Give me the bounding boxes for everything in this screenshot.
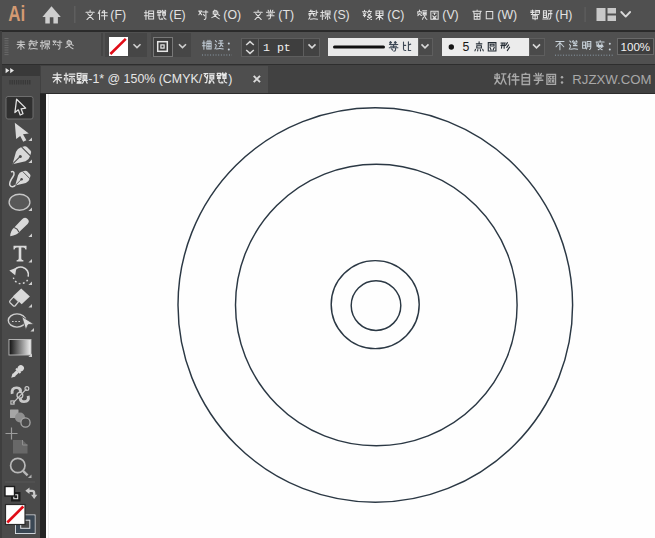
svg-text:-1* @ 150% (CMYK/: -1* @ 150% (CMYK/: [88, 72, 202, 86]
svg-text:(S): (S): [333, 8, 349, 22]
svg-text:Ai: Ai: [8, 1, 25, 26]
svg-text:100%: 100%: [621, 40, 651, 53]
svg-text:(O): (O): [223, 8, 241, 22]
svg-text:(T): (T): [278, 8, 294, 22]
svg-text:(V): (V): [442, 8, 458, 22]
svg-text:(C): (C): [387, 8, 404, 22]
svg-text:(W): (W): [497, 8, 517, 22]
svg-text:RJZXW.COM: RJZXW.COM: [572, 72, 651, 87]
svg-text:(F): (F): [110, 8, 126, 22]
svg-text:(H): (H): [555, 8, 572, 22]
svg-text:5: 5: [463, 40, 470, 54]
svg-text:(E): (E): [169, 8, 185, 22]
svg-text:): ): [228, 72, 232, 86]
svg-text:1 pt: 1 pt: [263, 41, 291, 54]
